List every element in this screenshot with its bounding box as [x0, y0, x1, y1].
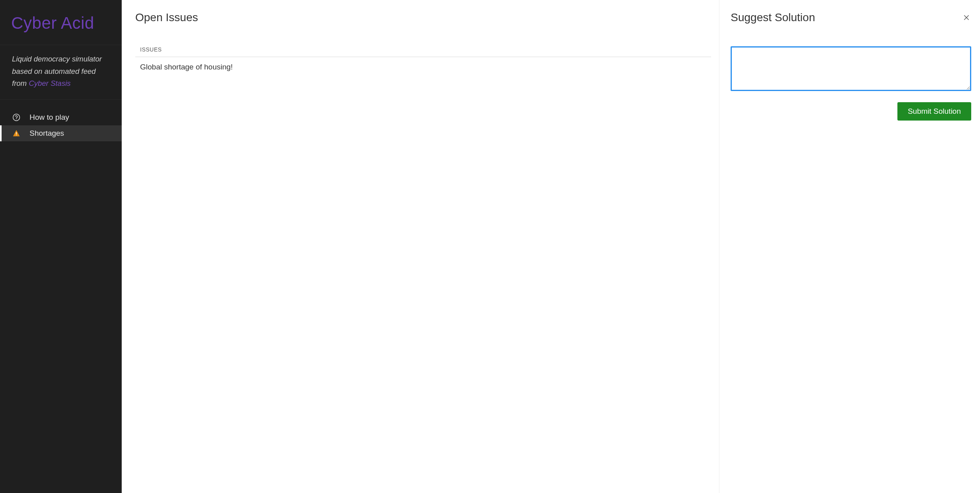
help-circle-icon — [12, 113, 21, 122]
tagline-link[interactable]: Cyber Stasis — [29, 79, 71, 87]
warning-icon — [12, 129, 21, 138]
sidebar: Cyber Acid Liquid democracy simulator ba… — [0, 0, 122, 493]
svg-point-0 — [13, 114, 20, 121]
svg-point-1 — [16, 119, 16, 119]
solution-header: Suggest Solution — [731, 11, 971, 24]
app-title: Cyber Acid — [11, 14, 111, 33]
solution-textarea[interactable] — [731, 46, 971, 91]
svg-rect-3 — [16, 135, 17, 135]
app-root: Cyber Acid Liquid democracy simulator ba… — [0, 0, 980, 493]
sidebar-item-shortages[interactable]: Shortages — [0, 125, 122, 141]
submit-solution-button[interactable]: Submit Solution — [897, 102, 971, 121]
close-icon[interactable] — [962, 13, 971, 22]
open-issues-title: Open Issues — [135, 11, 711, 24]
suggest-solution-title: Suggest Solution — [731, 11, 815, 24]
sidebar-item-label: How to play — [30, 113, 69, 122]
issues-column-header: ISSUES — [135, 46, 711, 57]
brand-block: Cyber Acid — [0, 0, 122, 45]
sidebar-item-label: Shortages — [30, 129, 64, 138]
submit-row: Submit Solution — [731, 102, 971, 121]
suggest-solution-pane: Suggest Solution Submit Solution — [719, 0, 980, 493]
sidebar-nav: How to play Shortages — [0, 100, 122, 141]
svg-rect-2 — [16, 132, 17, 134]
sidebar-item-how-to-play[interactable]: How to play — [0, 109, 122, 125]
tagline: Liquid democracy simulator based on auto… — [0, 45, 122, 100]
issue-row[interactable]: Global shortage of housing! — [135, 57, 711, 77]
main-content: Open Issues ISSUES Global shortage of ho… — [122, 0, 980, 493]
open-issues-pane: Open Issues ISSUES Global shortage of ho… — [122, 0, 719, 493]
